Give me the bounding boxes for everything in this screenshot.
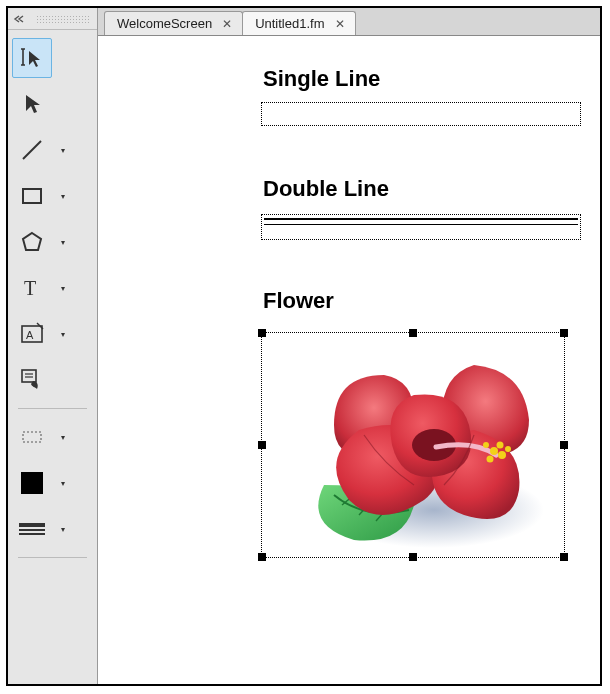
close-icon[interactable]: ✕ [335, 18, 345, 30]
toolbox-header [8, 8, 97, 30]
workspace: WelcomeScreen ✕ Untitled1.fm ✕ Single Li… [98, 8, 600, 684]
top-area: ▾ ▾ ▾ T ▾ [8, 8, 600, 684]
line-style-swatch[interactable] [12, 509, 52, 549]
document-tabbar: WelcomeScreen ✕ Untitled1.fm ✕ [98, 8, 600, 36]
panel-gripper[interactable] [36, 15, 91, 23]
rectangle-tool-options[interactable]: ▾ [54, 176, 72, 216]
tool-list: ▾ ▾ ▾ T ▾ [8, 30, 97, 568]
app-frame: ▾ ▾ ▾ T ▾ [6, 6, 602, 686]
select-tool[interactable] [12, 84, 52, 124]
document-canvas[interactable]: Single Line Double Line Flower [98, 36, 600, 684]
collapse-panel-button[interactable] [8, 9, 30, 29]
tool-separator-2 [18, 557, 87, 558]
fill-swatch-options[interactable]: ▾ [54, 463, 72, 503]
text-tool[interactable]: T [12, 268, 52, 308]
text-frame-tool-options[interactable]: ▾ [54, 314, 72, 354]
svg-rect-1 [23, 189, 41, 203]
tab-label: WelcomeScreen [117, 16, 212, 31]
polygon-tool-options[interactable]: ▾ [54, 222, 72, 262]
double-line-frame[interactable] [261, 214, 581, 240]
line-tool-options[interactable]: ▾ [54, 130, 72, 170]
svg-point-17 [483, 442, 489, 448]
tool-separator [18, 408, 87, 409]
toolbox-panel: ▾ ▾ ▾ T ▾ [8, 8, 98, 684]
svg-point-16 [505, 446, 511, 452]
marquee-tool[interactable] [12, 417, 52, 457]
flower-image [264, 335, 564, 555]
marquee-tool-options[interactable]: ▾ [54, 417, 72, 457]
svg-point-15 [487, 456, 494, 463]
text-frame-tool[interactable]: A [12, 314, 52, 354]
tab-untitled[interactable]: Untitled1.fm ✕ [242, 11, 355, 35]
flower-selection[interactable] [261, 332, 565, 558]
tab-welcome[interactable]: WelcomeScreen ✕ [104, 11, 243, 35]
polygon-tool[interactable] [12, 222, 52, 262]
fill-swatch[interactable] [12, 463, 52, 503]
hotspot-tool[interactable] [12, 360, 52, 400]
svg-line-0 [23, 141, 41, 159]
svg-rect-6 [22, 370, 36, 382]
rectangle-tool[interactable] [12, 176, 52, 216]
line-style-options[interactable]: ▾ [54, 509, 72, 549]
svg-point-13 [498, 451, 506, 459]
svg-point-12 [490, 447, 498, 455]
svg-text:A: A [26, 329, 34, 341]
svg-text:T: T [24, 277, 36, 299]
heading-single-line: Single Line [263, 66, 380, 92]
text-tool-options[interactable]: ▾ [54, 268, 72, 308]
svg-rect-9 [23, 432, 41, 442]
smart-select-tool[interactable] [12, 38, 52, 78]
tab-label: Untitled1.fm [255, 16, 324, 31]
close-icon[interactable]: ✕ [222, 18, 232, 30]
heading-flower: Flower [263, 288, 334, 314]
single-line-frame[interactable] [261, 102, 581, 126]
line-tool[interactable] [12, 130, 52, 170]
heading-double-line: Double Line [263, 176, 389, 202]
svg-point-14 [497, 442, 504, 449]
svg-marker-2 [23, 233, 41, 250]
